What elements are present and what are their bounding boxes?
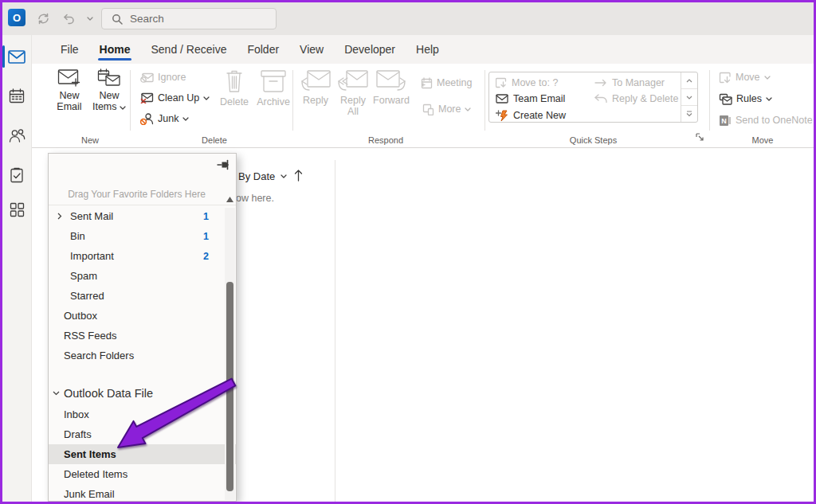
ribbon-tab-row: File Home Send / Receive Folder View Dev… xyxy=(32,35,814,64)
new-email-button[interactable]: New Email xyxy=(51,68,88,112)
folder-item-junk-email[interactable]: Junk Email xyxy=(49,484,236,504)
team-email-icon xyxy=(496,94,508,104)
search-input[interactable]: Search xyxy=(101,8,277,29)
send-to-onenote-button[interactable]: N Send to OneNote xyxy=(719,111,813,129)
move-to-icon xyxy=(496,77,507,88)
group-label-move: Move xyxy=(711,135,814,145)
chevron-down-icon xyxy=(764,76,771,80)
collapse-chevron-icon[interactable] xyxy=(53,391,60,396)
pane-divider[interactable] xyxy=(335,160,335,502)
folder-item-deleted-items[interactable]: Deleted Items xyxy=(49,464,236,484)
outlook-window: O Search File Home Send / Receive Folder xyxy=(0,0,816,504)
gallery-more-button[interactable] xyxy=(681,106,697,122)
quick-step-team-email[interactable]: Team Email xyxy=(496,91,565,107)
send-receive-sync-button[interactable] xyxy=(35,10,51,26)
delete-button[interactable]: Delete xyxy=(217,68,252,107)
reply-button[interactable]: Reply xyxy=(298,68,333,106)
group-divider xyxy=(709,70,710,131)
quick-step-to-manager[interactable]: To Manager xyxy=(594,75,665,91)
rail-apps-button[interactable] xyxy=(7,200,26,219)
group-label-respond: Respond xyxy=(298,135,473,145)
unread-count: 1 xyxy=(203,231,209,242)
junk-button[interactable]: Junk xyxy=(140,110,189,127)
outlook-logo: O xyxy=(8,9,26,26)
folder-pane-flyout: Drag Your Favorite Folders Here Sent Mai… xyxy=(48,153,237,502)
tasks-icon xyxy=(10,167,24,183)
gallery-more-icon xyxy=(686,111,692,117)
onenote-icon: N xyxy=(719,115,732,127)
ignore-button[interactable]: Ignore xyxy=(140,68,186,86)
group-label-new: New xyxy=(51,135,129,145)
tab-home[interactable]: Home xyxy=(89,35,141,64)
scrollbar-track[interactable] xyxy=(225,208,235,500)
tab-view[interactable]: View xyxy=(289,35,334,64)
folder-item-search-folders[interactable]: Search Folders xyxy=(49,346,236,365)
delete-icon xyxy=(224,68,245,94)
folder-item-bin[interactable]: Bin 1 xyxy=(49,226,236,246)
quick-step-reply-delete[interactable]: Reply & Delete xyxy=(594,91,678,107)
folder-item-rss-feeds[interactable]: RSS Feeds xyxy=(49,326,236,346)
move-button[interactable]: Move xyxy=(719,68,771,86)
rail-mail-button[interactable] xyxy=(7,47,26,66)
folder-item-starred[interactable]: Starred xyxy=(49,286,236,306)
folder-item-sent-mail[interactable]: Sent Mail 1 xyxy=(49,206,236,226)
chevron-down-icon xyxy=(182,117,189,121)
sort-direction-button[interactable] xyxy=(294,169,303,182)
tab-file[interactable]: File xyxy=(50,35,89,64)
folder-item-outbox[interactable]: Outbox xyxy=(49,306,236,326)
more-respond-button[interactable]: More xyxy=(422,100,471,118)
chevron-down-icon xyxy=(465,107,471,111)
rail-tasks-button[interactable] xyxy=(7,166,26,185)
group-divider xyxy=(484,70,485,131)
group-divider xyxy=(130,70,131,131)
undo-button[interactable] xyxy=(60,10,76,26)
folder-item-important[interactable]: Important 2 xyxy=(49,246,236,266)
rail-people-button[interactable] xyxy=(7,126,26,145)
folder-item-sent-items[interactable]: Sent Items xyxy=(49,444,236,464)
quick-step-move-to[interactable]: Move to: ? xyxy=(496,75,558,91)
folder-pane-scrollbar[interactable] xyxy=(225,195,235,500)
scroll-up-icon[interactable] xyxy=(226,197,233,202)
gallery-scroll-down-button[interactable] xyxy=(681,89,697,106)
chevron-down-icon xyxy=(203,96,210,100)
empty-list-text: ow here. xyxy=(236,193,274,204)
folder-item-drafts[interactable]: Drafts xyxy=(49,424,236,444)
expand-chevron-icon[interactable] xyxy=(57,213,62,220)
account-header-outlook-data-file[interactable]: Outlook Data File xyxy=(49,382,236,404)
tab-help[interactable]: Help xyxy=(406,35,449,64)
people-icon xyxy=(9,128,26,143)
new-items-button[interactable]: New Items xyxy=(89,68,129,112)
quick-steps-scroll xyxy=(681,72,697,122)
chevron-down-icon xyxy=(686,96,692,100)
rules-button[interactable]: Rules xyxy=(719,90,772,107)
navigation-rail xyxy=(2,35,32,502)
clean-up-button[interactable]: Clean Up xyxy=(140,89,210,107)
folder-item-inbox[interactable]: Inbox xyxy=(49,404,236,424)
unread-count: 1 xyxy=(203,211,209,222)
quick-step-create-new[interactable]: Create New xyxy=(496,107,566,123)
gallery-scroll-up-button[interactable] xyxy=(681,72,697,89)
meeting-button[interactable]: Meeting xyxy=(421,74,472,92)
create-new-icon xyxy=(496,110,508,122)
pin-icon xyxy=(217,159,230,170)
scrollbar-thumb[interactable] xyxy=(226,282,233,491)
group-label-quick-steps: Quick Steps xyxy=(488,135,698,145)
chevron-down-icon xyxy=(280,174,287,178)
tab-folder[interactable]: Folder xyxy=(237,35,289,64)
reply-all-button[interactable]: Reply All xyxy=(335,68,371,117)
customize-toolbar-button[interactable] xyxy=(82,10,98,26)
folder-item-spam[interactable]: Spam xyxy=(49,266,236,286)
junk-icon xyxy=(140,113,154,125)
archive-icon xyxy=(260,68,287,94)
forward-icon xyxy=(375,68,407,92)
tab-developer[interactable]: Developer xyxy=(334,35,406,64)
favorites-separator xyxy=(49,205,236,205)
chevron-down-icon xyxy=(87,17,93,21)
sort-by-dropdown[interactable]: By Date xyxy=(238,170,287,182)
pin-folder-pane-button[interactable] xyxy=(217,159,230,170)
mail-icon xyxy=(8,50,26,64)
rail-calendar-button[interactable] xyxy=(7,86,26,105)
archive-button[interactable]: Archive xyxy=(253,68,293,107)
tab-send-receive[interactable]: Send / Receive xyxy=(140,35,237,64)
forward-button[interactable]: Forward xyxy=(373,68,410,106)
